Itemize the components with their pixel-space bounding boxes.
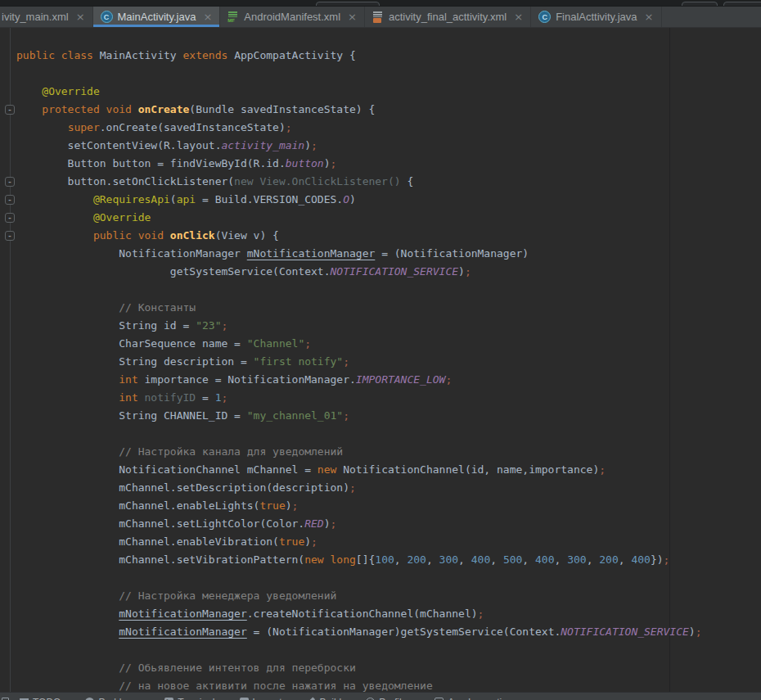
fold-marker-icon[interactable]: -: [5, 231, 15, 241]
code-line[interactable]: button.setOnClickListener(new View.OnCli…: [16, 173, 761, 191]
code-line[interactable]: [16, 641, 761, 659]
code-token: [16, 301, 119, 314]
code-line[interactable]: super.onCreate(savedInstanceState);: [16, 119, 761, 137]
code-token: CharSequence name =: [16, 337, 247, 350]
code-token: .createNotificationChannel(mChannel): [247, 607, 478, 620]
tab-ivity-main-xml[interactable]: ivity_main.xml×: [0, 7, 93, 27]
code-token: ;: [664, 553, 670, 566]
toolwindow-button-label: Terminal: [178, 697, 214, 700]
code-token: 400: [471, 553, 490, 566]
fold-marker-icon[interactable]: -: [5, 213, 15, 223]
code-token: 300: [567, 553, 586, 566]
code-line[interactable]: // Обьявление интентов для переброски: [16, 659, 761, 677]
close-icon[interactable]: ×: [76, 11, 85, 22]
code-line[interactable]: String description = "first notify";: [16, 353, 761, 371]
run-actions-widget[interactable]: [723, 2, 761, 7]
code-line[interactable]: NotificationManager mNotificationManager…: [16, 245, 761, 263]
close-icon[interactable]: ×: [348, 11, 357, 22]
device-selector-widget[interactable]: [682, 2, 718, 7]
toolwindow-button-logcat[interactable]: Logcat: [240, 697, 282, 700]
toolwindow-button-terminal[interactable]: Terminal: [164, 697, 214, 700]
code-token: AppCompatActivity {: [234, 49, 356, 61]
code-token: ,: [426, 553, 439, 566]
code-line[interactable]: mChannel.enableLights(true);: [16, 497, 761, 515]
code-line[interactable]: // Константы: [16, 299, 761, 317]
fold-marker-icon[interactable]: -: [5, 105, 15, 115]
code-token: ,: [458, 553, 471, 566]
code-line[interactable]: // Настройка менеджера уведомлений: [16, 587, 761, 605]
fold-marker-icon[interactable]: -: [5, 177, 15, 187]
code-token: "my_channel_01": [247, 409, 343, 422]
code-token: // на новое активити после нажатия на ув…: [119, 680, 433, 692]
code-token: ,: [555, 553, 568, 566]
toolwindow-button-profiler[interactable]: Profiler: [366, 697, 410, 700]
code-line[interactable]: @RequiresApi(api = Build.VERSION_CODES.O…: [16, 191, 761, 209]
code-token: [16, 445, 119, 458]
toolwindow-button-problems[interactable]: Problems: [85, 697, 140, 700]
code-line[interactable]: [16, 569, 761, 587]
code-line[interactable]: @Override: [16, 83, 761, 101]
code-line[interactable]: NotificationChannel mChannel = new Notif…: [16, 461, 761, 479]
code-token: ): [349, 193, 356, 205]
run-status-dot-icon: [729, 6, 733, 7]
code-line[interactable]: @Override: [16, 209, 761, 227]
code-content[interactable]: public class MainActivity extends AppCom…: [0, 28, 761, 692]
code-line[interactable]: mChannel.setDescription(description);: [16, 479, 761, 497]
code-line[interactable]: public void onClick(View v) {: [16, 227, 761, 245]
code-line[interactable]: int importance = NotificationManager.IMP…: [16, 371, 761, 389]
code-token: true: [259, 499, 285, 512]
code-token: new long: [304, 553, 356, 566]
code-line[interactable]: Button button = findViewById(R.id.button…: [16, 155, 761, 173]
code-token: // Обьявление интентов для переброски: [119, 662, 356, 674]
code-token: // Настройка менеджера уведомлений: [119, 589, 336, 602]
tab-finalacttivity-java[interactable]: FinalActtivity.java×: [531, 7, 661, 27]
code-token: {: [407, 175, 413, 187]
code-line[interactable]: mChannel.setLightColor(Color.RED);: [16, 515, 761, 533]
code-token: extends: [183, 49, 235, 61]
code-token: button: [286, 157, 324, 169]
code-token: ;: [331, 517, 337, 530]
close-icon[interactable]: ×: [645, 11, 654, 22]
code-line[interactable]: getSystemService(Context.NOTIFICATION_SE…: [16, 263, 761, 281]
code-line[interactable]: [16, 425, 761, 443]
toolwindow-button-todo[interactable]: TODO: [20, 697, 61, 700]
code-token: ,: [490, 553, 503, 566]
close-icon[interactable]: ×: [203, 11, 212, 22]
code-token: = (NotificationManager)getSystemService(…: [247, 625, 561, 638]
code-token: ;: [599, 463, 606, 476]
code-line[interactable]: mNotificationManager.createNotificationC…: [16, 605, 761, 623]
code-line[interactable]: setContentView(R.layout.activity_main);: [16, 137, 761, 155]
code-line[interactable]: String CHANNEL_ID = "my_channel_01";: [16, 407, 761, 425]
code-line[interactable]: [16, 65, 761, 83]
code-line[interactable]: // Настройка канала для уведомлений: [16, 443, 761, 461]
code-token: = (NotificationManager): [375, 247, 529, 260]
code-token: new: [317, 463, 336, 476]
tab-androidmanifest-xml[interactable]: AndroidManifest.xml×: [220, 7, 365, 27]
code-token: ): [304, 535, 311, 548]
tab-activity-final-acttivity-xml[interactable]: activity_final_acttivity.xml×: [365, 7, 531, 27]
close-icon[interactable]: ×: [514, 11, 523, 22]
code-token: 400: [535, 553, 554, 566]
code-token: NOTIFICATION_SERVICE: [331, 265, 459, 278]
code-line[interactable]: mChannel.setVibrationPattern(new long[]{…: [16, 551, 761, 569]
device-online-dot-icon: [687, 6, 691, 7]
tab-mainactivity-java[interactable]: MainActivity.java×: [93, 7, 221, 27]
code-editor[interactable]: ----- public class MainActivity extends …: [0, 28, 761, 692]
code-token: ): [324, 517, 331, 530]
fold-marker-icon[interactable]: -: [5, 195, 15, 205]
code-line[interactable]: mNotificationManager = (NotificationMana…: [16, 623, 761, 641]
toolwindow-button-app-inspection[interactable]: App Inspection: [435, 697, 512, 700]
code-line[interactable]: // на новое активити после нажатия на ув…: [16, 677, 761, 692]
code-line[interactable]: CharSequence name = "Channel";: [16, 335, 761, 353]
code-line[interactable]: protected void onCreate(Bundle savedInst…: [16, 101, 761, 119]
java-class-icon: [538, 11, 551, 23]
code-line[interactable]: String id = "23";: [16, 317, 761, 335]
code-line[interactable]: public class MainActivity extends AppCom…: [16, 47, 761, 65]
code-token: RED: [304, 517, 323, 530]
toolwindow-button-label: TODO: [33, 697, 61, 700]
code-line[interactable]: mChannel.enableVibration(true);: [16, 533, 761, 551]
code-line[interactable]: int notifyID = 1;: [16, 389, 761, 407]
code-line[interactable]: [16, 281, 761, 299]
toolwindow-button-build[interactable]: Build: [307, 697, 342, 700]
code-token: ;: [343, 409, 349, 422]
